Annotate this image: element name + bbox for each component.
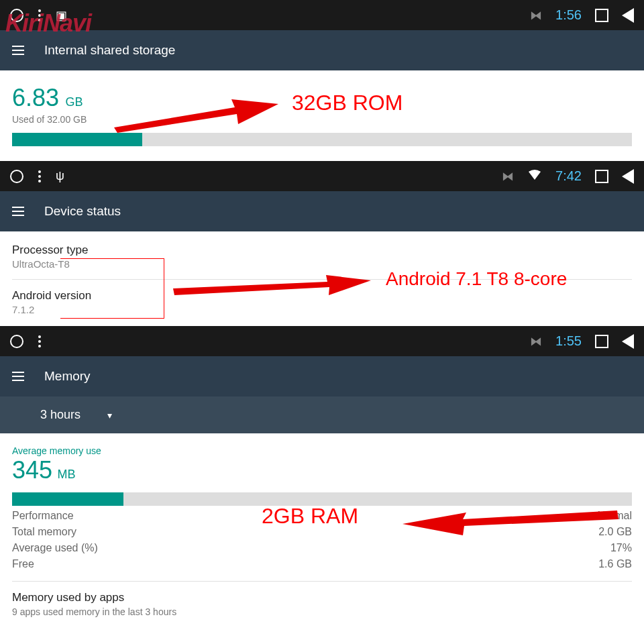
free-value: 1.6 GB bbox=[598, 558, 632, 570]
chevron-down-icon: ▾ bbox=[107, 410, 112, 421]
circle-icon bbox=[10, 335, 23, 348]
dropdown-value: 3 hours bbox=[40, 408, 80, 422]
device-section: ψ ⧓ 7:42 Device status Processor type Ul… bbox=[0, 161, 644, 323]
red-box-annotation bbox=[60, 258, 164, 319]
avg-memory-label: Average memory use bbox=[12, 445, 632, 456]
status-clock: 1:56 bbox=[555, 7, 582, 23]
storage-body: 6.83 GB Used of 32.00 GB bbox=[0, 70, 644, 158]
storage-title: Internal shared storage bbox=[44, 43, 175, 58]
status-clock: 1:55 bbox=[555, 333, 582, 349]
dots-icon bbox=[38, 335, 41, 347]
storage-section: ▣ ⧓ 1:56 Internal shared storage 6.83 GB… bbox=[0, 0, 644, 158]
bluetooth-icon: ⧓ bbox=[530, 8, 542, 23]
status-bar-3: ⧓ 1:55 bbox=[0, 326, 644, 356]
back-icon[interactable] bbox=[622, 334, 634, 349]
back-icon[interactable] bbox=[622, 8, 634, 23]
total-row: Total memory 2.0 GB bbox=[12, 526, 632, 538]
hamburger-icon[interactable] bbox=[12, 372, 24, 381]
back-icon[interactable] bbox=[622, 169, 634, 184]
dots-icon bbox=[38, 170, 41, 182]
circle-icon bbox=[10, 9, 23, 22]
apps-subtitle: 9 apps used memory in the last 3 hours bbox=[12, 606, 632, 617]
perf-value: Normal bbox=[597, 510, 632, 522]
avgpct-value: 17% bbox=[610, 542, 632, 554]
storage-used-value: 6.83 bbox=[12, 84, 59, 111]
memory-section: ⧓ 1:55 Memory 3 hours ▾ Average memory u… bbox=[0, 326, 644, 629]
recent-apps-icon[interactable] bbox=[595, 9, 608, 22]
storage-total-label: Used of 32.00 GB bbox=[12, 114, 632, 125]
free-row: Free 1.6 GB bbox=[12, 558, 632, 570]
recent-apps-icon[interactable] bbox=[595, 170, 608, 183]
storage-progress-fill bbox=[12, 133, 142, 146]
circle-icon bbox=[10, 170, 23, 183]
device-header: Device status bbox=[0, 191, 644, 231]
avgpct-label: Average used (%) bbox=[12, 542, 98, 554]
memory-body: Average memory use 345 MB Performance No… bbox=[0, 433, 644, 629]
total-label: Total memory bbox=[12, 526, 76, 538]
image-notification-icon: ▣ bbox=[56, 8, 67, 23]
recent-apps-icon[interactable] bbox=[595, 335, 608, 348]
memory-progress-fill bbox=[12, 492, 123, 506]
bluetooth-icon: ⧓ bbox=[530, 334, 542, 349]
wifi-icon bbox=[527, 169, 542, 184]
status-bar-1: ▣ ⧓ 1:56 bbox=[0, 0, 644, 30]
avg-memory-unit: MB bbox=[58, 468, 76, 481]
avgpct-row: Average used (%) 17% bbox=[12, 542, 632, 554]
bluetooth-icon: ⧓ bbox=[502, 169, 514, 184]
hamburger-icon[interactable] bbox=[12, 46, 24, 55]
apps-title: Memory used by apps bbox=[12, 591, 632, 604]
dots-icon bbox=[38, 9, 41, 21]
storage-header: Internal shared storage bbox=[0, 30, 644, 70]
total-value: 2.0 GB bbox=[598, 526, 632, 538]
divider bbox=[12, 581, 632, 582]
perf-label: Performance bbox=[12, 510, 74, 522]
memory-header: Memory bbox=[0, 356, 644, 396]
hamburger-icon[interactable] bbox=[12, 207, 24, 216]
memory-progress bbox=[12, 492, 632, 506]
usb-icon: ψ bbox=[56, 169, 64, 183]
memory-title: Memory bbox=[44, 369, 91, 384]
status-clock: 7:42 bbox=[555, 168, 582, 184]
free-label: Free bbox=[12, 558, 34, 570]
device-title: Device status bbox=[44, 204, 121, 219]
avg-memory-value: 345 bbox=[12, 456, 52, 484]
storage-progress bbox=[12, 133, 632, 146]
processor-label: Processor type bbox=[12, 244, 632, 257]
memory-dropdown[interactable]: 3 hours ▾ bbox=[0, 396, 644, 433]
status-bar-2: ψ ⧓ 7:42 bbox=[0, 161, 644, 191]
storage-used-unit: GB bbox=[66, 95, 83, 109]
perf-row: Performance Normal bbox=[12, 510, 632, 522]
